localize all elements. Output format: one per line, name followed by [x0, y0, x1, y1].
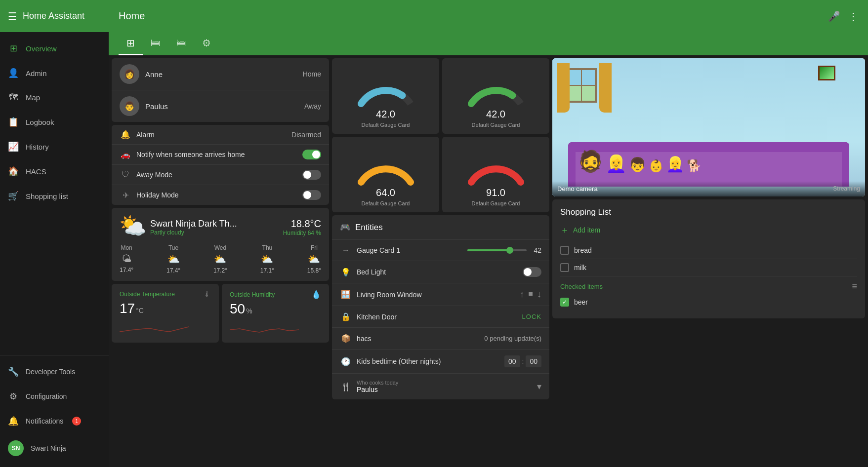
- tab-overview[interactable]: ⊞: [119, 32, 143, 55]
- checked-menu-icon[interactable]: ≡: [852, 281, 857, 292]
- camera-card: 🧔 👱‍♀️ 👦 👶 👱‍♀️ 🐕 Demo camera Streaming: [552, 58, 865, 196]
- entity-bed-light-name: Bed Light: [357, 268, 518, 276]
- sidebar-label-logbook: Logbook: [26, 118, 54, 126]
- cover-down-icon[interactable]: ↓: [537, 289, 541, 300]
- sidebar-bottom: 🔧 Developer Tools ⚙ Configuration 🔔 Noti…: [0, 355, 109, 467]
- cover-up-icon[interactable]: ↑: [520, 289, 524, 300]
- history-icon: 📈: [8, 141, 19, 152]
- entity-kitchen-door-name: Kitchen Door: [357, 313, 517, 321]
- forecast-fri-temp: 15.8°: [307, 267, 321, 274]
- shopping-item-beer: ✓ beer: [560, 294, 857, 311]
- who-cooks-sublabel: Who cooks today: [357, 380, 532, 386]
- weather-card: ☀️ ☁️ Swart Ninja Dark Th... Partly clou…: [112, 208, 329, 281]
- humidity-value: 50: [230, 301, 245, 317]
- cover-stop-icon[interactable]: ■: [528, 289, 533, 300]
- column-3: 🧔 👱‍♀️ 👦 👶 👱‍♀️ 🐕 Demo camera Streaming: [552, 58, 865, 430]
- milk-checkbox[interactable]: [560, 263, 569, 272]
- time-minutes[interactable]: 00: [526, 355, 541, 367]
- sidebar-item-overview[interactable]: ⊞ Overview: [0, 36, 109, 61]
- entities-title-text: Entities: [355, 223, 383, 233]
- bed-light-toggle[interactable]: [523, 267, 541, 277]
- holiday-row: ✈ Holiday Mode: [112, 185, 329, 205]
- tab-bedroom2[interactable]: 🛏: [168, 32, 194, 55]
- tab-settings[interactable]: ⚙: [194, 32, 219, 55]
- weather-icon: ☀️ ☁️: [120, 215, 144, 239]
- menu-icon[interactable]: ☰: [8, 10, 17, 22]
- time-hours[interactable]: 00: [504, 355, 520, 367]
- entity-kitchen-door: 🔒 Kitchen Door LOCK: [332, 306, 549, 328]
- notify-row: 🚗 Notify when someone arrives home: [112, 145, 329, 165]
- sidebar-item-admin[interactable]: 👤 Admin: [0, 61, 109, 85]
- entity-window-name: Living Room Window: [357, 291, 515, 299]
- bread-label: bread: [574, 246, 592, 254]
- bread-checkbox[interactable]: [560, 246, 569, 255]
- select-arrow-icon[interactable]: ▾: [537, 381, 541, 392]
- tab-bedroom[interactable]: 🛏: [143, 32, 168, 55]
- person-paulus: 👨 Paulus Away: [112, 90, 329, 122]
- holiday-label: Holiday Mode: [136, 191, 297, 199]
- camera-feed: 🧔 👱‍♀️ 👦 👶 👱‍♀️ 🐕 Demo camera Streaming: [552, 58, 865, 196]
- sidebar-item-notifications[interactable]: 🔔 Notifications 1: [0, 409, 109, 433]
- sidebar-label-hacs: HACS: [26, 167, 46, 176]
- holiday-toggle[interactable]: [302, 190, 321, 200]
- gauge-2-value: 42.0: [448, 109, 543, 120]
- humidity-label: Outside Humidity: [230, 291, 275, 298]
- sidebar-item-user[interactable]: SN Swart Ninja: [0, 433, 109, 463]
- sidebar: ☰ Home Assistant ⊞ Overview 👤 Admin 🗺 Ma…: [0, 0, 109, 467]
- page-title: Home: [119, 10, 145, 22]
- forecast-thu: Thu ⛅ 17.1°: [260, 244, 274, 274]
- modes-card: 🔔 Alarm Disarmed 🚗 Notify when someone a…: [112, 125, 329, 205]
- person-anne: 👩 Anne Home: [112, 58, 329, 90]
- topbar: Home 🎤 ⋮: [109, 0, 868, 32]
- entities-title: 🎮 Entities: [332, 215, 549, 240]
- gauge-slider-track[interactable]: [467, 249, 527, 251]
- gauge-4-value: 91.0: [448, 187, 543, 198]
- shield-icon: 🛡: [120, 170, 131, 179]
- beer-checkbox[interactable]: ✓: [560, 298, 569, 307]
- mic-icon[interactable]: 🎤: [828, 10, 840, 22]
- cloud-icon: ☁️: [124, 219, 146, 239]
- tab-bar: ⊞ 🛏 🛏 ⚙: [109, 32, 868, 55]
- temp-value: 17: [120, 301, 135, 316]
- sidebar-item-hacs[interactable]: 🏠 HACS: [0, 159, 109, 184]
- camera-streaming: Streaming: [833, 185, 860, 193]
- gauge-2: 42.0 Default Gauge Card: [442, 58, 549, 134]
- anne-avatar: 👩: [120, 64, 139, 84]
- add-item-label: Add item: [573, 226, 600, 234]
- forecast-wed-label: Wed: [213, 244, 227, 251]
- sidebar-item-configuration[interactable]: ⚙ Configuration: [0, 384, 109, 409]
- forecast-fri-icon: ⛅: [307, 253, 321, 265]
- alarm-row: 🔔 Alarm Disarmed: [112, 125, 329, 145]
- notify-toggle[interactable]: [302, 150, 321, 159]
- sidebar-label-history: History: [26, 143, 49, 151]
- checked-items-label: Checked items: [560, 283, 603, 290]
- shopping-list-title: Shopping List: [560, 207, 857, 217]
- column-1: 👩 Anne Home 👨 Paulus Away 🔔 Alarm Disarm…: [112, 58, 329, 430]
- milk-label: milk: [574, 264, 586, 272]
- weather-temperature: 18.8°C: [283, 218, 321, 230]
- sidebar-item-history[interactable]: 📈 History: [0, 134, 109, 159]
- sidebar-label-overview: Overview: [26, 44, 57, 53]
- away-toggle[interactable]: [302, 170, 321, 180]
- temp-unit: °C: [136, 307, 144, 314]
- sidebar-item-shopping[interactable]: 🛒 Shopping list: [0, 184, 109, 208]
- forecast-wed-icon: ⛅: [213, 253, 227, 265]
- add-item-button[interactable]: ＋ Add item: [560, 224, 857, 236]
- checked-items-header: Checked items ≡: [560, 276, 857, 294]
- anne-name: Anne: [145, 70, 297, 78]
- gauge-grid-bottom: 64.0 Default Gauge Card 91.0 Default Gau…: [332, 137, 549, 212]
- sidebar-item-map[interactable]: 🗺 Map: [0, 85, 109, 110]
- entity-who-cooks: 🍴 Who cooks today Paulus ▾: [332, 374, 549, 399]
- entity-hacs: 📦 hacs 0 pending update(s): [332, 328, 549, 350]
- forecast-thu-temp: 17.1°: [260, 267, 274, 274]
- forecast-mon-temp: 17.4°: [120, 267, 133, 273]
- alarm-label: Alarm: [136, 131, 287, 139]
- more-icon[interactable]: ⋮: [848, 10, 858, 22]
- main-area: Home 🎤 ⋮ ⊞ 🛏 🛏 ⚙ 👩 Anne Home 👨 Pau: [109, 0, 868, 467]
- weather-humidity: Humidity 64 %: [283, 230, 321, 236]
- logbook-icon: 📋: [8, 117, 19, 127]
- sidebar-item-developer[interactable]: 🔧 Developer Tools: [0, 359, 109, 384]
- sidebar-item-logbook[interactable]: 📋 Logbook: [0, 110, 109, 134]
- gauge-3-value: 64.0: [338, 187, 433, 198]
- lock-button[interactable]: LOCK: [522, 313, 541, 320]
